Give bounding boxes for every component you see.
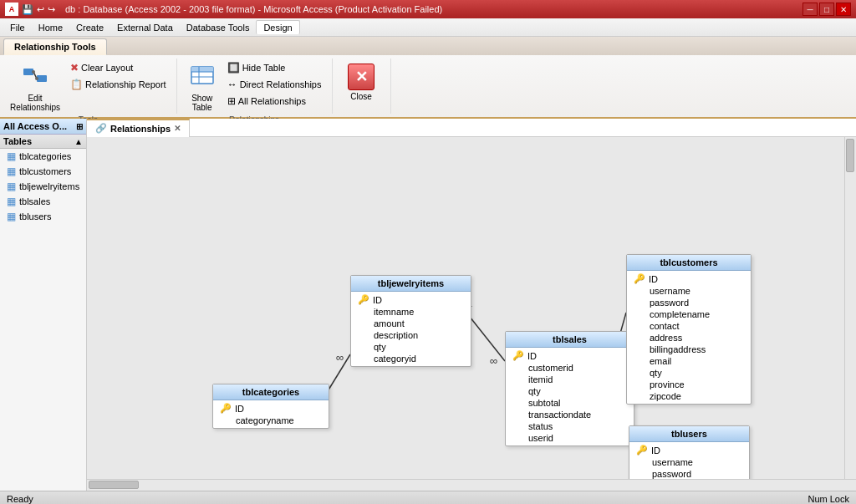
show-table-button[interactable]: ShowTable (184, 60, 221, 114)
tblcustomers-field-password: password (627, 297, 751, 308)
main-area: All Access O... ⊞ Tables ▲ ▦ tblcategori… (0, 119, 856, 491)
table-icon-tblsales: ▦ (7, 196, 16, 207)
ribbon-tabs: Relationship Tools (0, 37, 856, 55)
hide-table-label: Hide Table (242, 63, 286, 73)
direct-relationships-icon: ↔ (227, 79, 237, 90)
tblcustomers-field-address: address (627, 332, 751, 344)
tblusers-password-label: password (652, 469, 691, 479)
tblsales-fields: 🔑 ID customerid itemid qty (506, 348, 634, 445)
all-relationships-button[interactable]: ⊞ All Relationships (224, 94, 325, 109)
tblcustomers-field-username: username (627, 285, 751, 297)
tblcustomers-field-qty: qty (627, 367, 751, 379)
tblcustomers-contact-label: contact (650, 321, 679, 331)
sidebar-label-tblcategories: tblcategories (19, 151, 71, 161)
vertical-scrollbar[interactable] (844, 137, 856, 491)
table-tblcustomers[interactable]: tblcustomers 🔑 ID username password (626, 254, 752, 405)
edit-relationships-button[interactable]: EditRelationships (7, 60, 64, 114)
sidebar-section-tables[interactable]: Tables ▲ (0, 135, 86, 149)
clear-layout-button[interactable]: ✖ Clear Layout (67, 60, 170, 75)
horizontal-scrollbar[interactable] (87, 479, 856, 491)
svg-point-4 (35, 77, 38, 80)
horizontal-scroll-thumb[interactable] (89, 481, 139, 489)
tblcustomers-billingaddress-label: billingaddress (650, 344, 706, 354)
all-relationships-icon: ⊞ (227, 95, 236, 107)
close-label: Close (350, 92, 372, 101)
tblcategories-id-label: ID (235, 404, 244, 414)
tblcategories-categoryname-label: categoryname (236, 415, 294, 425)
show-table-label: ShowTable (191, 94, 212, 112)
sidebar-label-tbljewelryitems: tbljewelryitems (19, 181, 79, 191)
tblsales-id-label: ID (527, 351, 537, 361)
tblsales-transactiondate-label: transactiondate (528, 410, 591, 420)
tbljewelryitems-itemname-label: itemname (374, 307, 414, 317)
ribbon-group-close-content: ✕ Close (341, 60, 381, 110)
tblsales-subtotal-label: subtotal (528, 398, 561, 408)
ribbon-tab-relationship-tools[interactable]: Relationship Tools (3, 38, 107, 55)
quick-access-redo[interactable]: ↪ (48, 4, 55, 15)
menu-create[interactable]: Create (69, 21, 110, 34)
close-window-button[interactable]: ✕ (836, 3, 851, 16)
tblcustomers-fields: 🔑 ID username password completename (627, 271, 751, 404)
tblcustomers-field-zipcode: zipcode (627, 390, 751, 402)
tblcustomers-completename-label: completename (650, 309, 710, 319)
quick-access-undo[interactable]: ↩ (37, 4, 44, 15)
menu-external-data[interactable]: External Data (110, 21, 180, 34)
direct-relationships-button[interactable]: ↔ Direct Relationships (224, 77, 325, 92)
maximize-button[interactable]: □ (819, 3, 834, 16)
tblusers-field-username: username (629, 456, 749, 468)
sidebar-item-tblsales[interactable]: ▦ tblsales (0, 194, 86, 209)
tblsales-customerid-label: customerid (528, 363, 573, 373)
sidebar-collapse-icon[interactable]: ⊞ (76, 122, 83, 131)
tblcategories-fields: 🔑 ID categoryname (213, 400, 329, 428)
tbljewelryitems-field-description: description (351, 329, 471, 341)
sidebar-item-tbljewelryitems[interactable]: ▦ tbljewelryitems (0, 179, 86, 194)
ribbon-group-relationships: ShowTable 🔲 Hide Table ↔ Direct Relation… (177, 59, 333, 114)
tblcustomers-id-label: ID (649, 274, 658, 284)
tbljewelryitems-amount-label: amount (374, 318, 405, 328)
canvas-content[interactable]: 1 ∞ 1 ∞ ∞ 1 ∞ 1 tblcategories (87, 137, 856, 491)
tblsales-header: tblsales (506, 332, 634, 348)
sidebar-item-tblusers[interactable]: ▦ tblusers (0, 209, 86, 224)
tblsales-field-customerid: customerid (506, 362, 634, 374)
tblsales-itemid-label: itemid (528, 374, 553, 384)
vertical-scroll-thumb[interactable] (846, 139, 854, 172)
clear-layout-label: Clear Layout (81, 63, 133, 73)
hide-table-button[interactable]: 🔲 Hide Table (224, 60, 325, 75)
tbljewelryitems-field-itemname: itemname (351, 306, 471, 318)
tblcustomers-zipcode-label: zipcode (650, 391, 681, 401)
tblcustomers-email-label: email (650, 356, 671, 366)
status-text: Ready (7, 494, 33, 504)
menu-home[interactable]: Home (32, 21, 69, 34)
title-bar-right: ─ □ ✕ (802, 3, 851, 16)
tblsales-field-transactiondate: transactiondate (506, 409, 634, 420)
menu-database-tools[interactable]: Database Tools (180, 21, 257, 34)
table-tblcategories[interactable]: tblcategories 🔑 ID categoryname (212, 384, 329, 429)
tblcustomers-field-contact: contact (627, 320, 751, 332)
sidebar-item-tblcustomers[interactable]: ▦ tblcustomers (0, 164, 86, 179)
pk-icon-customers-id: 🔑 (634, 273, 645, 284)
quick-access-save[interactable]: 💾 (22, 4, 33, 15)
tblcustomers-username-label: username (650, 286, 690, 296)
relationships-tab[interactable]: 🔗 Relationships ✕ (87, 119, 190, 137)
tblsales-field-itemid: itemid (506, 374, 634, 385)
table-tblsales[interactable]: tblsales 🔑 ID customerid itemid (505, 331, 634, 446)
pk-icon-jewelry-id: 🔑 (358, 294, 369, 305)
ribbon-group-rel-content: ShowTable 🔲 Hide Table ↔ Direct Relation… (184, 60, 325, 114)
sidebar-label-tblusers: tblusers (19, 211, 52, 221)
tbljewelryitems-categoryid-label: categoryid (374, 354, 416, 364)
close-button[interactable]: ✕ Close (341, 60, 381, 104)
minimize-button[interactable]: ─ (802, 3, 818, 16)
menu-design[interactable]: Design (256, 20, 299, 34)
tab-close-button[interactable]: ✕ (174, 124, 181, 133)
tblsales-status-label: status (528, 421, 553, 431)
ribbon-content: EditRelationships ✖ Clear Layout 📋 Relat… (0, 55, 856, 117)
ribbon-group-tools-content: EditRelationships ✖ Clear Layout 📋 Relat… (7, 60, 170, 114)
menu-file[interactable]: File (3, 21, 32, 34)
pk-icon-categories-id: 🔑 (220, 403, 232, 414)
table-tbljewelryitems[interactable]: tbljewelryitems 🔑 ID itemname amount (350, 275, 471, 367)
relationship-report-button[interactable]: 📋 Relationship Report (67, 77, 170, 92)
sidebar-item-tblcategories[interactable]: ▦ tblcategories (0, 149, 86, 164)
tblsales-userid-label: userid (528, 433, 553, 443)
svg-text:∞: ∞ (490, 354, 497, 367)
tbljewelryitems-fields: 🔑 ID itemname amount description (351, 292, 471, 366)
